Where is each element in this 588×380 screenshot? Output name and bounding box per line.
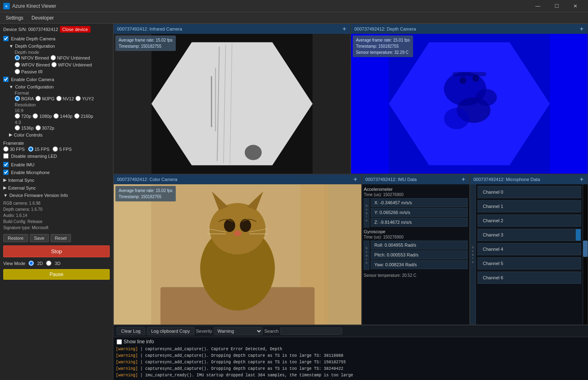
log-message: | capturesync_add_capture(). Capture Err… bbox=[138, 347, 282, 351]
enable-depth-checkbox[interactable] bbox=[3, 36, 9, 41]
firmware-arrow: ▼ bbox=[3, 193, 8, 198]
enable-mic-label: Enable Microphone bbox=[11, 170, 50, 175]
log-content: [warning] | capturesync_add_capture(). C… bbox=[113, 345, 588, 380]
infrared-camera-header: 000737492412: Infrared Camera + bbox=[114, 24, 350, 34]
menu-settings[interactable]: Settings bbox=[2, 13, 27, 22]
color-display bbox=[114, 184, 361, 325]
minimize-button[interactable]: — bbox=[528, 0, 547, 12]
accel-scale-bar: Scale bbox=[364, 198, 369, 228]
color-config-arrow: ▼ bbox=[9, 84, 13, 89]
severity-select[interactable]: Warning bbox=[214, 327, 263, 335]
stop-button[interactable]: Stop bbox=[3, 245, 110, 257]
close-button[interactable]: ✕ bbox=[566, 0, 585, 12]
accel-scale-values: Scale X: -0.346457 m/s/s Y: 0.065266 m/s… bbox=[364, 198, 468, 228]
fps-5-label: 5 FPS bbox=[59, 147, 72, 152]
res-3072p: 3072p bbox=[35, 125, 55, 130]
show-line-checkbox[interactable] bbox=[117, 339, 122, 345]
res-1440p: 1440p bbox=[53, 113, 73, 119]
channel-4-label: Channel 4 bbox=[483, 247, 503, 252]
imu-content: Accelerometer Time (us): 150276900 Scale… bbox=[362, 184, 469, 325]
pause-button[interactable]: Pause bbox=[3, 269, 110, 280]
infrared-frame-rate: Average frame rate: 15.02 fps bbox=[119, 37, 172, 43]
accel-x-row: X: -0.346457 m/s/s bbox=[371, 198, 468, 207]
mic-title: 000737492412: Microphone Data bbox=[473, 177, 540, 182]
disable-led-checkbox[interactable] bbox=[3, 153, 9, 159]
fps-5: 5 FPS bbox=[53, 146, 72, 152]
external-sync-header[interactable]: ▶ External Sync bbox=[3, 184, 110, 191]
color-timestamp: Timestamp: 150182755 bbox=[119, 194, 172, 200]
app-icon: K bbox=[3, 3, 10, 9]
gyro-scale-bar: Scale bbox=[364, 241, 369, 270]
clear-log-button[interactable]: Clear Log bbox=[117, 327, 145, 335]
internal-sync-header[interactable]: ▶ Internal Sync bbox=[3, 177, 110, 183]
nfov-binned-label: NFOV Binned bbox=[21, 55, 49, 60]
format-yuy2: YUY2 bbox=[75, 96, 94, 101]
1080p-label: 1080p bbox=[39, 114, 52, 119]
save-button[interactable]: Save bbox=[30, 234, 49, 242]
log-line: [warning] | capturesync_add_capture(). D… bbox=[115, 366, 586, 372]
log-level: [warning] bbox=[116, 360, 138, 365]
channel-3-label: Channel 3 bbox=[483, 232, 503, 237]
format-nv12: NV12 bbox=[56, 96, 74, 101]
maximize-button[interactable]: ☐ bbox=[547, 0, 566, 12]
nv12-label: NV12 bbox=[63, 96, 74, 101]
resolution-label: Resolution bbox=[9, 102, 110, 108]
depth-add-button[interactable]: + bbox=[579, 25, 584, 33]
mic-add-button[interactable]: + bbox=[579, 176, 584, 183]
bgra-label: BGRA bbox=[21, 96, 34, 101]
rgb-camera-info: RGB camera: 1.6.98 bbox=[3, 200, 110, 206]
mic-scrollbar-thumb[interactable] bbox=[583, 241, 588, 257]
res-169-label: 16:9 bbox=[9, 108, 110, 113]
imu-add-button[interactable]: + bbox=[461, 176, 466, 183]
res-1080p: 1080p bbox=[33, 113, 52, 119]
enable-imu-row: Enable IMU bbox=[3, 161, 110, 168]
depth-config-section: ▼ Depth Configuration Depth mode NFOV Bi… bbox=[3, 43, 110, 75]
depth-mode-nfov-binned: NFOV Binned bbox=[15, 55, 49, 60]
view-mode-2d-radio[interactable] bbox=[29, 261, 34, 266]
yuy2-label: YUY2 bbox=[82, 96, 94, 101]
enable-color-checkbox[interactable] bbox=[3, 77, 9, 82]
log-level: [warning] bbox=[116, 347, 138, 351]
color-controls-header[interactable]: ▶ Color Controls bbox=[9, 131, 110, 138]
depth-frame-rate: Average frame rate: 15.01 fps bbox=[356, 37, 410, 43]
restore-button[interactable]: Restore bbox=[3, 234, 28, 242]
enable-imu-checkbox[interactable] bbox=[3, 162, 9, 167]
gyro-values: Roll: 0.004955 Rad/s Pitch: 0.000553 Rad… bbox=[371, 241, 468, 270]
fps-15-label: 15 FPS bbox=[35, 147, 50, 152]
enable-mic-checkbox[interactable] bbox=[3, 170, 9, 175]
log-search-input[interactable] bbox=[280, 327, 342, 335]
infrared-add-button[interactable]: + bbox=[342, 25, 347, 33]
depth-config-label: Depth Configuration bbox=[15, 44, 55, 49]
depth-camera-info: Depth camera: 1.6.70 bbox=[3, 206, 110, 212]
color-add-button[interactable]: + bbox=[353, 176, 358, 183]
depth-config-header[interactable]: ▼ Depth Configuration bbox=[9, 43, 110, 49]
color-config-header[interactable]: ▼ Color Configuration bbox=[9, 84, 110, 90]
accel-z-value: Z: -9.814672 m/s/s bbox=[374, 220, 412, 225]
mic-channel-4: Channel 4 bbox=[477, 243, 581, 255]
menu-developer[interactable]: Developer bbox=[27, 13, 58, 22]
res-1536p: 1536p bbox=[15, 125, 34, 130]
cameras-bottom-row: 000737492412: Color Camera + Average fra… bbox=[113, 174, 588, 325]
svg-rect-10 bbox=[215, 68, 216, 131]
view-mode-3d-label: 3D bbox=[55, 261, 60, 266]
channel-5-label: Channel 5 bbox=[483, 261, 503, 266]
view-mode-3d-radio[interactable] bbox=[46, 261, 51, 266]
3072p-label: 3072p bbox=[42, 126, 55, 130]
accel-values: X: -0.346457 m/s/s Y: 0.065266 m/s/s Z: … bbox=[371, 198, 468, 228]
mic-channels-list: Channel 0 Channel 1 Channel 2 Channel 3 bbox=[476, 184, 583, 325]
copy-log-button[interactable]: Log clipboard Copy bbox=[147, 327, 195, 335]
accel-time: Time (us): 150276900 bbox=[364, 192, 468, 197]
reset-button[interactable]: Reset bbox=[51, 234, 71, 242]
main-layout: Device S/N: 000737492412 Close device En… bbox=[0, 24, 588, 380]
firmware-header[interactable]: ▼ Device Firmware Version Info bbox=[3, 192, 110, 199]
channel-6-label: Channel 6 bbox=[483, 275, 503, 280]
infrared-camera-title: 000737492412: Infrared Camera bbox=[117, 27, 182, 31]
log-line: [warning] | capturesync_add_capture(). D… bbox=[115, 359, 586, 366]
close-device-button[interactable]: Close device bbox=[60, 26, 91, 33]
svg-rect-17 bbox=[452, 72, 486, 76]
view-mode-label: View Mode bbox=[3, 261, 25, 266]
log-message: | capturesync_add_capture(). Dropping de… bbox=[138, 367, 343, 371]
depth-camera-title: 000737492412: Depth Camera bbox=[354, 27, 416, 31]
mic-channel-0: Channel 0 bbox=[477, 186, 581, 198]
passive-ir-label: Passive IR bbox=[21, 69, 43, 74]
